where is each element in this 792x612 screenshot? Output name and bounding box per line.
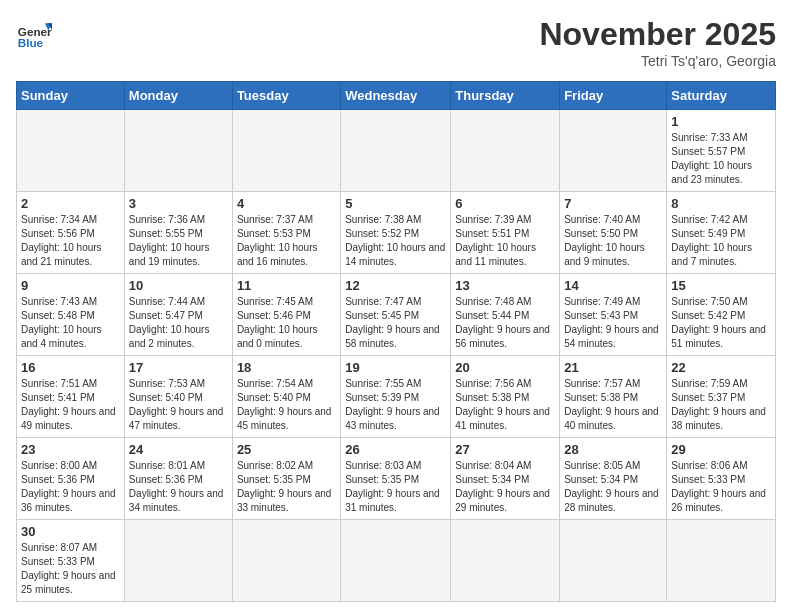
day-info: Sunrise: 7:56 AM Sunset: 5:38 PM Dayligh…	[455, 377, 555, 433]
day-number: 12	[345, 278, 446, 293]
day-number: 27	[455, 442, 555, 457]
calendar-cell: 16Sunrise: 7:51 AM Sunset: 5:41 PM Dayli…	[17, 356, 125, 438]
weekday-header-row: SundayMondayTuesdayWednesdayThursdayFrid…	[17, 82, 776, 110]
calendar-cell: 5Sunrise: 7:38 AM Sunset: 5:52 PM Daylig…	[341, 192, 451, 274]
weekday-header-wednesday: Wednesday	[341, 82, 451, 110]
calendar-cell: 26Sunrise: 8:03 AM Sunset: 5:35 PM Dayli…	[341, 438, 451, 520]
day-info: Sunrise: 7:44 AM Sunset: 5:47 PM Dayligh…	[129, 295, 228, 351]
calendar-cell: 9Sunrise: 7:43 AM Sunset: 5:48 PM Daylig…	[17, 274, 125, 356]
day-number: 15	[671, 278, 771, 293]
weekday-header-tuesday: Tuesday	[232, 82, 340, 110]
day-number: 30	[21, 524, 120, 539]
calendar-cell	[451, 110, 560, 192]
day-info: Sunrise: 8:02 AM Sunset: 5:35 PM Dayligh…	[237, 459, 336, 515]
day-info: Sunrise: 7:38 AM Sunset: 5:52 PM Dayligh…	[345, 213, 446, 269]
day-info: Sunrise: 7:49 AM Sunset: 5:43 PM Dayligh…	[564, 295, 662, 351]
day-number: 26	[345, 442, 446, 457]
day-number: 3	[129, 196, 228, 211]
day-number: 9	[21, 278, 120, 293]
title-block: November 2025 Tetri Ts'q'aro, Georgia	[539, 16, 776, 69]
weekday-header-saturday: Saturday	[667, 82, 776, 110]
day-number: 14	[564, 278, 662, 293]
day-info: Sunrise: 8:07 AM Sunset: 5:33 PM Dayligh…	[21, 541, 120, 597]
calendar-cell: 4Sunrise: 7:37 AM Sunset: 5:53 PM Daylig…	[232, 192, 340, 274]
day-number: 13	[455, 278, 555, 293]
day-number: 5	[345, 196, 446, 211]
day-info: Sunrise: 7:33 AM Sunset: 5:57 PM Dayligh…	[671, 131, 771, 187]
calendar-cell	[232, 110, 340, 192]
calendar-cell	[232, 520, 340, 602]
calendar-cell: 14Sunrise: 7:49 AM Sunset: 5:43 PM Dayli…	[560, 274, 667, 356]
calendar-week-2: 2Sunrise: 7:34 AM Sunset: 5:56 PM Daylig…	[17, 192, 776, 274]
day-info: Sunrise: 7:36 AM Sunset: 5:55 PM Dayligh…	[129, 213, 228, 269]
calendar-cell: 28Sunrise: 8:05 AM Sunset: 5:34 PM Dayli…	[560, 438, 667, 520]
day-info: Sunrise: 7:53 AM Sunset: 5:40 PM Dayligh…	[129, 377, 228, 433]
calendar-cell: 15Sunrise: 7:50 AM Sunset: 5:42 PM Dayli…	[667, 274, 776, 356]
day-number: 21	[564, 360, 662, 375]
calendar-cell: 19Sunrise: 7:55 AM Sunset: 5:39 PM Dayli…	[341, 356, 451, 438]
day-info: Sunrise: 7:59 AM Sunset: 5:37 PM Dayligh…	[671, 377, 771, 433]
calendar-cell	[17, 110, 125, 192]
day-number: 8	[671, 196, 771, 211]
weekday-header-friday: Friday	[560, 82, 667, 110]
calendar-week-3: 9Sunrise: 7:43 AM Sunset: 5:48 PM Daylig…	[17, 274, 776, 356]
weekday-header-thursday: Thursday	[451, 82, 560, 110]
logo: General Blue	[16, 16, 52, 52]
day-info: Sunrise: 7:55 AM Sunset: 5:39 PM Dayligh…	[345, 377, 446, 433]
weekday-header-sunday: Sunday	[17, 82, 125, 110]
day-number: 11	[237, 278, 336, 293]
calendar-cell: 21Sunrise: 7:57 AM Sunset: 5:38 PM Dayli…	[560, 356, 667, 438]
calendar-cell: 3Sunrise: 7:36 AM Sunset: 5:55 PM Daylig…	[124, 192, 232, 274]
day-info: Sunrise: 8:04 AM Sunset: 5:34 PM Dayligh…	[455, 459, 555, 515]
day-number: 20	[455, 360, 555, 375]
day-number: 6	[455, 196, 555, 211]
calendar-cell	[124, 520, 232, 602]
calendar-cell: 7Sunrise: 7:40 AM Sunset: 5:50 PM Daylig…	[560, 192, 667, 274]
day-info: Sunrise: 7:57 AM Sunset: 5:38 PM Dayligh…	[564, 377, 662, 433]
day-info: Sunrise: 7:48 AM Sunset: 5:44 PM Dayligh…	[455, 295, 555, 351]
day-info: Sunrise: 7:45 AM Sunset: 5:46 PM Dayligh…	[237, 295, 336, 351]
calendar-cell: 8Sunrise: 7:42 AM Sunset: 5:49 PM Daylig…	[667, 192, 776, 274]
calendar-cell: 12Sunrise: 7:47 AM Sunset: 5:45 PM Dayli…	[341, 274, 451, 356]
day-info: Sunrise: 8:00 AM Sunset: 5:36 PM Dayligh…	[21, 459, 120, 515]
day-info: Sunrise: 8:05 AM Sunset: 5:34 PM Dayligh…	[564, 459, 662, 515]
day-number: 2	[21, 196, 120, 211]
calendar-cell	[341, 520, 451, 602]
svg-text:Blue: Blue	[18, 36, 44, 49]
day-number: 28	[564, 442, 662, 457]
day-number: 25	[237, 442, 336, 457]
day-info: Sunrise: 7:39 AM Sunset: 5:51 PM Dayligh…	[455, 213, 555, 269]
calendar-cell: 11Sunrise: 7:45 AM Sunset: 5:46 PM Dayli…	[232, 274, 340, 356]
day-number: 22	[671, 360, 771, 375]
month-title: November 2025	[539, 16, 776, 53]
day-number: 1	[671, 114, 771, 129]
day-info: Sunrise: 7:43 AM Sunset: 5:48 PM Dayligh…	[21, 295, 120, 351]
weekday-header-monday: Monday	[124, 82, 232, 110]
day-number: 29	[671, 442, 771, 457]
calendar-cell	[451, 520, 560, 602]
day-info: Sunrise: 7:34 AM Sunset: 5:56 PM Dayligh…	[21, 213, 120, 269]
day-info: Sunrise: 8:06 AM Sunset: 5:33 PM Dayligh…	[671, 459, 771, 515]
day-number: 4	[237, 196, 336, 211]
calendar-cell: 27Sunrise: 8:04 AM Sunset: 5:34 PM Dayli…	[451, 438, 560, 520]
day-info: Sunrise: 7:50 AM Sunset: 5:42 PM Dayligh…	[671, 295, 771, 351]
day-number: 7	[564, 196, 662, 211]
calendar-cell: 23Sunrise: 8:00 AM Sunset: 5:36 PM Dayli…	[17, 438, 125, 520]
calendar-cell: 17Sunrise: 7:53 AM Sunset: 5:40 PM Dayli…	[124, 356, 232, 438]
calendar-cell: 6Sunrise: 7:39 AM Sunset: 5:51 PM Daylig…	[451, 192, 560, 274]
calendar-week-6: 30Sunrise: 8:07 AM Sunset: 5:33 PM Dayli…	[17, 520, 776, 602]
calendar-cell: 30Sunrise: 8:07 AM Sunset: 5:33 PM Dayli…	[17, 520, 125, 602]
day-info: Sunrise: 7:47 AM Sunset: 5:45 PM Dayligh…	[345, 295, 446, 351]
calendar-week-4: 16Sunrise: 7:51 AM Sunset: 5:41 PM Dayli…	[17, 356, 776, 438]
day-number: 24	[129, 442, 228, 457]
day-info: Sunrise: 7:37 AM Sunset: 5:53 PM Dayligh…	[237, 213, 336, 269]
calendar-cell: 18Sunrise: 7:54 AM Sunset: 5:40 PM Dayli…	[232, 356, 340, 438]
day-number: 16	[21, 360, 120, 375]
day-number: 23	[21, 442, 120, 457]
calendar-week-5: 23Sunrise: 8:00 AM Sunset: 5:36 PM Dayli…	[17, 438, 776, 520]
day-number: 10	[129, 278, 228, 293]
calendar-cell	[341, 110, 451, 192]
calendar-cell: 29Sunrise: 8:06 AM Sunset: 5:33 PM Dayli…	[667, 438, 776, 520]
location: Tetri Ts'q'aro, Georgia	[539, 53, 776, 69]
calendar-cell: 24Sunrise: 8:01 AM Sunset: 5:36 PM Dayli…	[124, 438, 232, 520]
